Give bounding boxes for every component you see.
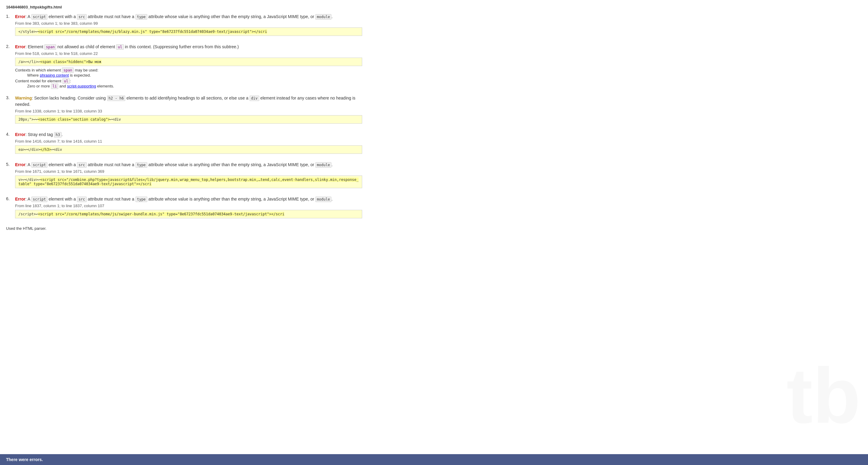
location-2: From line 518, column 1; to line 518, co… [15,51,362,56]
code-block-4: ea>↩</div></h3>↩<div [15,145,362,154]
error-type-4: Error [15,132,25,137]
code-h3-4: h3 [54,132,61,137]
error-content-4: Error: Stray end tag h3. From line 1416,… [15,131,362,156]
error-message-6: Error: A script element with a src attri… [15,196,362,202]
error-message-4: Error: Stray end tag h3. [15,131,362,138]
code-block-1: </style>↩<script src="/core/templates/ho… [15,27,362,36]
context-2a: Contexts in which element span may be us… [15,68,362,72]
code-module-1: module [315,14,331,20]
svg-text:tb: tb [786,362,861,439]
code-script-5: script [31,162,48,168]
error-type-3: Warning [15,96,32,100]
code-span-ctx-2: span [62,68,74,73]
bottom-bar-text: There were errors. [6,457,43,462]
used-parser-text: Used the HTML parser. [6,226,362,249]
error-item-3: Warning: Section lacks heading. Consider… [6,95,362,126]
page-title: 1648446803_httpskbgifts.html [6,5,362,9]
location-1: From line 383, column 1; to line 383, co… [15,21,362,26]
error-item-4: Error: Stray end tag h3. From line 1416,… [6,131,362,156]
context-2d: Zero or more li and script-supporting el… [15,84,362,88]
error-list: Error: A script element with a src attri… [6,13,362,220]
code-ul-2: ul [116,44,123,50]
error-number-6 [6,196,15,220]
error-message-5: Error: A script element with a src attri… [15,162,362,168]
error-number-5 [6,162,15,190]
error-item-1: Error: A script element with a src attri… [6,13,362,38]
code-div-3: div [250,96,259,101]
error-number-1 [6,13,15,38]
error-number-4 [6,131,15,156]
error-message-1: Error: A script element with a src attri… [15,13,362,20]
context-2c: Content model for element ul: [15,79,362,83]
location-3: From line 1338, column 1; to line 1338, … [15,109,362,113]
code-block-6: /script>↩<script src="/core/templates/ho… [15,210,362,218]
error-number-2 [6,44,15,89]
error-number-3 [6,95,15,126]
code-block-5: v>↩</div>↩<script src="/combine.php?type… [15,175,362,188]
code-module-5: module [315,162,331,168]
error-message-2: Error: Element span not allowed as child… [15,44,362,50]
error-type-5: Error [15,162,25,167]
error-content-5: Error: A script element with a src attri… [15,162,362,190]
location-5: From line 1671, column 1; to line 1671, … [15,169,362,174]
error-content-2: Error: Element span not allowed as child… [15,44,362,89]
code-li-2: li [51,84,58,89]
code-h2h6-3: h2 - h6 [107,96,126,101]
error-item-5: Error: A script element with a src attri… [6,162,362,190]
code-block-2: /a>↩</li>↩<span class="hiddenc">Вы мож [15,58,362,66]
code-src-1: src [77,14,87,20]
error-content-3: Warning: Section lacks heading. Consider… [15,95,362,126]
location-4: From line 1416, column 7; to line 1416, … [15,139,362,143]
location-6: From line 1837, column 1; to line 1837, … [15,204,362,208]
watermark: tb [783,362,868,465]
context-2b: Where phrasing content is expected. [15,73,362,77]
code-type-1: type [135,14,147,20]
error-content-6: Error: A script element with a src attri… [15,196,362,220]
error-message-3: Warning: Section lacks heading. Consider… [15,95,362,108]
code-block-3: 20px;">↩↩<section class="section catalog… [15,115,362,124]
error-type-2: Error [15,44,25,49]
code-type-5: type [135,162,147,168]
error-type-1: Error [15,14,25,19]
error-item-6: Error: A script element with a src attri… [6,196,362,220]
phrasing-content-link[interactable]: phrasing content [40,73,69,77]
error-type-6: Error [15,197,25,201]
code-script-6: script [31,197,48,202]
script-supporting-link[interactable]: script-supporting [67,84,96,88]
error-item-2: Error: Element span not allowed as child… [6,44,362,89]
page-container: 1648446803_httpskbgifts.html Error: A sc… [0,0,368,255]
error-content-1: Error: A script element with a src attri… [15,13,362,38]
code-span-2: span [44,44,56,50]
code-module-6: module [315,197,331,202]
bottom-bar: There were errors. [0,454,868,465]
code-ul-ctx-2: ul [62,78,70,84]
code-src-6: src [77,197,87,202]
code-script-1: script [31,14,48,20]
code-type-6: type [135,197,147,202]
code-src-5: src [77,162,87,168]
